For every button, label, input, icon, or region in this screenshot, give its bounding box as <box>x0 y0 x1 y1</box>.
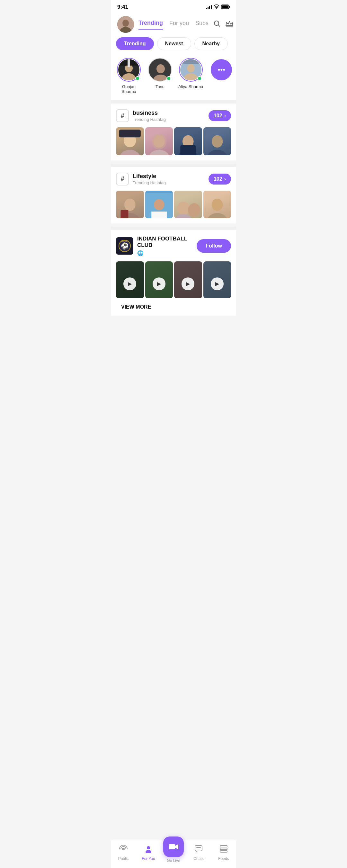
nav-tabs: Trending For you Subs <box>138 20 209 30</box>
view-more-button[interactable]: VIEW MORE <box>121 304 151 310</box>
svg-point-31 <box>206 150 228 155</box>
hashtag-title: business <box>133 110 166 116</box>
video-item[interactable]: ▶ <box>116 261 144 298</box>
story-name: Aliya Sharma <box>178 84 203 89</box>
signal-icon <box>206 5 212 9</box>
svg-rect-29 <box>180 145 196 155</box>
follow-button[interactable]: Follow <box>197 239 231 253</box>
photo <box>145 191 173 219</box>
avatar-image <box>117 16 134 33</box>
hashtag-title: Lifestyle <box>133 173 166 180</box>
status-bar: 9:41 <box>111 0 236 13</box>
photo <box>174 191 202 219</box>
photo-item[interactable] <box>203 127 231 155</box>
svg-text:city: city <box>123 243 126 245</box>
section-divider <box>111 164 236 167</box>
photo <box>116 127 144 155</box>
avatar[interactable] <box>117 16 134 33</box>
section-divider <box>111 100 236 103</box>
photo <box>116 191 144 219</box>
svg-rect-23 <box>119 129 141 137</box>
photo-item[interactable] <box>174 191 202 219</box>
svg-point-18 <box>187 64 195 72</box>
filter-nearby[interactable]: Nearby <box>194 37 228 50</box>
svg-point-30 <box>212 135 223 148</box>
svg-text:WINDY: WINDY <box>121 240 128 242</box>
online-indicator <box>166 76 171 81</box>
photo <box>203 191 231 219</box>
hashtag-card-lifestyle: # Lifestyle Trending Hashtag 102 › <box>111 167 236 224</box>
tab-for-you[interactable]: For you <box>169 20 189 29</box>
story-name: Gunjan Sharma <box>116 84 142 94</box>
hashtag-photos <box>116 191 231 224</box>
play-button[interactable]: ▶ <box>182 277 194 290</box>
svg-point-25 <box>148 150 170 155</box>
hashtag-count-button[interactable]: 102 › <box>209 110 231 121</box>
globe-icon: 🌐 <box>137 250 144 256</box>
club-card: ⚽ WINDY city INDIAN FOOTBALL CLUB 🌐 Foll… <box>111 230 236 316</box>
tab-subs[interactable]: Subs <box>195 20 209 29</box>
view-more-section: VIEW MORE <box>116 298 231 316</box>
story-item[interactable]: Gunjan Sharma <box>116 58 142 94</box>
header: Trending For you Subs <box>111 13 236 33</box>
photo-item[interactable] <box>145 127 173 155</box>
story-item[interactable]: Aliya Sharma <box>178 58 203 94</box>
svg-point-5 <box>122 20 129 27</box>
play-button[interactable]: ▶ <box>211 277 224 290</box>
section-divider <box>111 227 236 230</box>
video-item[interactable]: ▶ <box>145 261 173 298</box>
play-button[interactable]: ▶ <box>123 277 136 290</box>
svg-point-36 <box>154 199 164 210</box>
wifi-icon <box>214 4 219 10</box>
status-icons <box>206 4 230 10</box>
search-icon[interactable] <box>213 20 221 29</box>
svg-rect-8 <box>226 26 233 27</box>
status-time: 9:41 <box>117 4 128 10</box>
chevron-right-icon: › <box>224 176 226 182</box>
filter-trending[interactable]: Trending <box>116 37 154 50</box>
story-item[interactable]: Tanu <box>148 58 172 94</box>
hashtag-card-business: # business Trending Hashtag 102 › <box>111 103 236 160</box>
svg-point-26 <box>152 133 166 150</box>
video-item[interactable]: ▶ <box>203 261 231 298</box>
hashtag-icon: # <box>116 173 129 186</box>
video-thumbnail: ▶ <box>116 261 144 298</box>
hashtag-subtitle: Trending Hashtag <box>133 180 166 185</box>
photo-item[interactable] <box>174 127 202 155</box>
crown-icon[interactable] <box>225 20 233 29</box>
hashtag-icon: # <box>116 109 129 122</box>
hashtag-subtitle: Trending Hashtag <box>133 117 166 122</box>
photo-item[interactable] <box>145 191 173 219</box>
svg-rect-34 <box>121 210 128 218</box>
video-thumbnail: ▶ <box>203 261 231 298</box>
photo-item[interactable] <box>203 191 231 219</box>
photo <box>174 127 202 155</box>
photo-item[interactable] <box>116 191 144 219</box>
club-logo: ⚽ WINDY city <box>116 237 133 255</box>
story-name: Tanu <box>156 84 164 89</box>
play-button[interactable]: ▶ <box>153 277 165 290</box>
more-circle: ••• <box>211 59 232 81</box>
video-thumbnail: ▶ <box>174 261 202 298</box>
more-stories-button[interactable]: ••• <box>210 58 233 94</box>
hashtag-count-button[interactable]: 102 › <box>209 174 231 185</box>
chevron-right-icon: › <box>224 113 226 119</box>
stories-row: Gunjan Sharma Tanu <box>111 55 236 100</box>
video-thumbnail: ▶ <box>145 261 173 298</box>
battery-icon <box>221 4 230 10</box>
online-indicator <box>197 76 202 81</box>
photo-item[interactable] <box>116 127 144 155</box>
video-item[interactable]: ▶ <box>174 261 202 298</box>
svg-point-38 <box>177 202 190 215</box>
bottom-spacer <box>111 319 236 345</box>
club-name: INDIAN FOOTBALL CLUB <box>137 236 197 249</box>
club-videos: ▶ ▶ ▶ ▶ <box>116 261 231 298</box>
svg-point-40 <box>175 214 192 218</box>
photo <box>203 127 231 155</box>
svg-point-39 <box>188 203 200 217</box>
online-indicator <box>135 76 140 81</box>
svg-point-32 <box>124 198 135 211</box>
tab-trending[interactable]: Trending <box>138 20 163 30</box>
filter-newest[interactable]: Newest <box>157 37 191 50</box>
svg-point-42 <box>206 213 228 218</box>
